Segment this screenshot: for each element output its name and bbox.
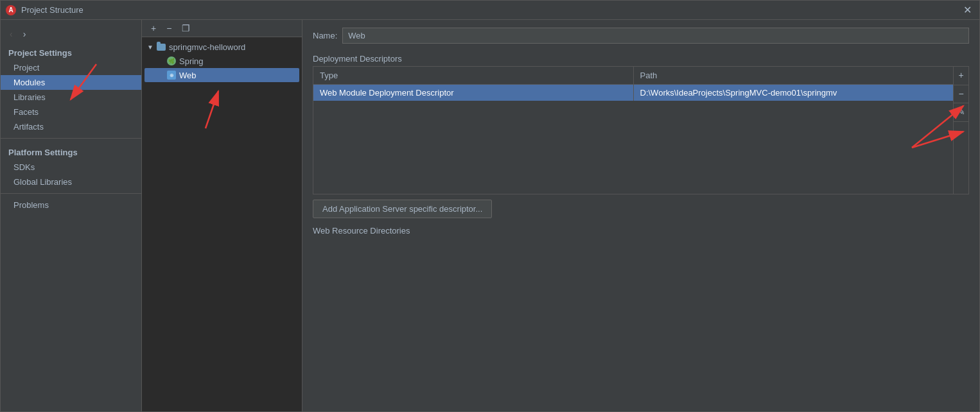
sidebar-divider xyxy=(1,138,141,139)
sidebar-item-problems[interactable]: Problems xyxy=(1,198,141,212)
title-bar: A Project Structure ✕ xyxy=(1,1,979,20)
table-body: Web Module Deployment Descriptor D:\Work… xyxy=(313,85,953,194)
tree-node-label-spring: Spring xyxy=(179,56,204,66)
spring-icon: 🌿 xyxy=(166,56,177,66)
sidebar-item-sdks[interactable]: SDKs xyxy=(1,160,141,175)
tree-content: ▼ springmvc-helloword 🌿 Spring xyxy=(142,37,302,411)
name-row: Name: xyxy=(313,28,969,44)
tree-remove-button[interactable]: − xyxy=(162,22,175,34)
sidebar-item-modules[interactable]: Modules xyxy=(1,75,141,90)
tree-node-spring[interactable]: 🌿 Spring xyxy=(144,54,299,68)
tree-node-label-web: Web xyxy=(179,71,197,80)
platform-settings-title: Platform Settings xyxy=(1,142,141,160)
tree-toolbar: + − ❐ xyxy=(142,20,302,37)
tree-node-web[interactable]: ⊕ Web xyxy=(144,68,299,82)
type-cell: Web Module Deployment Descriptor xyxy=(313,85,634,101)
sidebar-item-global-libraries[interactable]: Global Libraries xyxy=(1,175,141,189)
add-descriptor-button[interactable]: Add Application Server specific descript… xyxy=(313,200,492,218)
back-button[interactable]: ‹ xyxy=(6,28,17,40)
table-row[interactable]: Web Module Deployment Descriptor D:\Work… xyxy=(313,85,953,101)
tree-node-label: springmvc-helloword xyxy=(169,42,245,52)
dialog-title: Project Structure xyxy=(21,5,961,15)
sidebar-item-project[interactable]: Project xyxy=(1,60,141,75)
path-cell: D:\Works\IdeaProjects\SpringMVC-demo01\s… xyxy=(634,85,954,101)
app-icon: A xyxy=(6,5,16,15)
sidebar-divider-2 xyxy=(1,193,141,194)
table-header: Type Path xyxy=(313,67,953,85)
tree-add-button[interactable]: + xyxy=(147,22,160,34)
sidebar-item-facets[interactable]: Facets xyxy=(1,105,141,119)
type-column-header: Type xyxy=(313,67,634,84)
edit-descriptor-action-button[interactable]: ✎ xyxy=(954,103,968,122)
project-settings-title: Project Settings xyxy=(1,43,141,60)
name-label: Name: xyxy=(313,31,337,40)
folder-icon xyxy=(156,42,166,52)
expand-icon: ▼ xyxy=(147,44,153,51)
sidebar-item-libraries[interactable]: Libraries xyxy=(1,90,141,105)
deployment-descriptors-title: Deployment Descriptors xyxy=(313,54,969,64)
sidebar: ‹ › Project Settings Project Modules Lib… xyxy=(1,20,142,411)
sidebar-nav: ‹ › xyxy=(1,25,141,43)
name-input[interactable] xyxy=(342,28,969,44)
path-column-header: Path xyxy=(634,67,954,84)
main-panel: Name: Deployment Descriptors Type Path W… xyxy=(302,20,979,411)
web-icon: ⊕ xyxy=(166,70,177,80)
close-button[interactable]: ✕ xyxy=(961,4,974,16)
tree-node-root[interactable]: ▼ springmvc-helloword xyxy=(144,40,299,54)
side-actions: + − ✎ xyxy=(953,67,968,194)
web-resource-title: Web Resource Directories xyxy=(313,226,969,236)
forward-button[interactable]: › xyxy=(19,28,30,40)
add-descriptor-action-button[interactable]: + xyxy=(954,67,968,85)
tree-panel: + − ❐ ▼ springmvc-helloword xyxy=(142,20,302,411)
remove-descriptor-action-button[interactable]: − xyxy=(954,85,968,104)
sidebar-item-artifacts[interactable]: Artifacts xyxy=(1,119,141,134)
deployment-descriptors-table: Type Path Web Module Deployment Descript… xyxy=(313,66,969,194)
tree-copy-button[interactable]: ❐ xyxy=(178,22,194,34)
table-main: Type Path Web Module Deployment Descript… xyxy=(313,67,953,194)
